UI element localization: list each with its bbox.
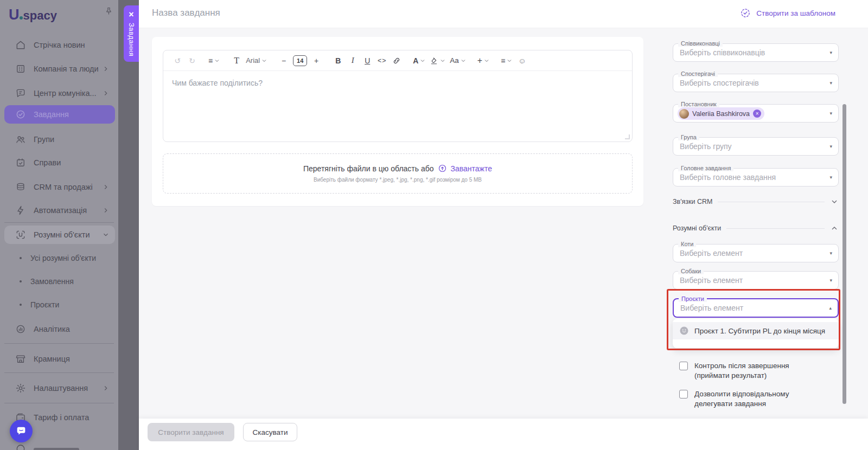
chevron-down-icon	[483, 57, 490, 64]
sidebar-item-newsfeed[interactable]: Стрічка новин	[4, 36, 115, 54]
app-root: Uspacy Стрічка новин Компанія та люди Це…	[0, 0, 868, 450]
sidebar-item-smart-objects[interactable]: Розумні об'єкти	[4, 226, 115, 244]
sidebar-item-tasks[interactable]: Завдання	[4, 105, 115, 124]
chevron-down-icon	[419, 57, 426, 64]
sidebar-item-label: Тариф і оплата	[34, 413, 110, 422]
select-arrow-icon[interactable]: ▾	[829, 144, 832, 149]
rich-text-editor[interactable]: ↺ ↻ ≡ T Arial − 14 + B I U <>	[163, 50, 633, 142]
select-arrow-icon[interactable]: ▾	[829, 175, 832, 180]
author-chip[interactable]: Valeriia Bashkirova ×	[678, 107, 764, 120]
chat-widget-button[interactable]	[10, 420, 33, 442]
check-circle-icon	[15, 109, 26, 120]
chevron-down-icon	[102, 231, 110, 239]
field-author[interactable]: Постановник Valeriia Bashkirova × ▾	[673, 104, 839, 123]
sidebar-item-communications[interactable]: Центр комуніка...	[4, 84, 115, 102]
select-arrow-icon[interactable]: ▾	[829, 111, 832, 116]
sidebar-item-marketplace[interactable]: Крамниця	[4, 350, 115, 368]
sidebar-subitem-all-smart-objects[interactable]: Усі розумні об'єкти	[4, 250, 115, 266]
uspacy-logo[interactable]: Uspacy	[9, 7, 57, 23]
field-coexecutors[interactable]: Співвиконавці Виберіть співвиконавців ▾	[673, 43, 839, 62]
italic-button[interactable]: I	[347, 54, 358, 68]
field-placeholder: Виберіть співвиконавців	[680, 44, 765, 61]
link-icon	[392, 56, 401, 65]
emoji-button[interactable]: ☺	[516, 54, 527, 68]
list-button[interactable]: ≡	[501, 54, 513, 68]
sidebar-item-activities[interactable]: Справи	[4, 153, 115, 172]
chat-bubble-icon	[15, 425, 27, 437]
sidebar-subitem-projects[interactable]: Проєкти	[4, 297, 115, 313]
panel-scrollbar[interactable]	[843, 104, 846, 404]
field-parent-task[interactable]: Головне завдання Виберіть головне завдан…	[673, 168, 839, 187]
drawer-tab-label: Завдання	[127, 23, 136, 56]
chevron-right-icon	[102, 89, 110, 97]
close-icon[interactable]: ×	[129, 10, 133, 20]
checkbox-icon[interactable]	[679, 390, 688, 398]
text-color-button[interactable]: A	[413, 54, 426, 68]
sidebar-subitem-orders[interactable]: Замовлення	[4, 273, 115, 290]
sidebar-item-crm[interactable]: CRM та продажі	[4, 178, 115, 196]
underline-button[interactable]: U	[362, 54, 373, 68]
redo-button[interactable]: ↻	[187, 54, 197, 68]
option-label: Проєкт 1. Субтитри PL до кінця місяця	[694, 327, 825, 335]
insert-button[interactable]: +	[477, 54, 490, 68]
field-placeholder: Виберіть групу	[680, 138, 732, 155]
text-style-icon: Aa	[450, 56, 459, 65]
align-button[interactable]: ≡	[208, 54, 220, 68]
select-arrow-icon[interactable]: ▾	[829, 278, 832, 283]
upload-link[interactable]: Завантажте	[451, 164, 493, 173]
section-crm-links[interactable]: Зв'язки CRM	[673, 197, 839, 206]
font-size-decrease-button[interactable]: −	[278, 54, 289, 68]
font-size-value[interactable]: 14	[293, 55, 307, 66]
sidebar-item-automation[interactable]: Автоматизація	[4, 201, 115, 220]
field-placeholder: Виберіть елемент	[680, 245, 743, 262]
sidebar-item-groups[interactable]: Групи	[4, 130, 115, 149]
projects-dropdown-option[interactable]: Проєкт 1. Субтитри PL до кінця місяця	[673, 322, 839, 339]
field-cats[interactable]: Коти Виберіть елемент ▾	[673, 244, 839, 262]
task-title-input[interactable]: Назва завдання	[152, 8, 220, 18]
text-type-button[interactable]: T	[231, 54, 242, 68]
create-task-button[interactable]: Створити завдання	[148, 423, 234, 441]
cancel-button[interactable]: Скасувати	[243, 423, 297, 441]
bold-button[interactable]: B	[333, 54, 343, 68]
author-chip-name: Valeriia Bashkirova	[692, 110, 750, 118]
field-dogs[interactable]: Собаки Виберіть елемент ▾	[673, 271, 839, 290]
undo-button[interactable]: ↺	[172, 54, 183, 68]
upload-icon	[438, 164, 447, 173]
text-style-button[interactable]: Aa	[450, 54, 467, 68]
font-family-select[interactable]: Arial	[246, 54, 267, 68]
lightning-icon	[15, 205, 26, 216]
section-smart-objects[interactable]: Розумні об'єкти	[673, 224, 839, 233]
resize-grip[interactable]	[625, 134, 630, 139]
checkbox-allow-delegation[interactable]: Дозволити відповідальному делегувати зав…	[679, 389, 816, 409]
chevron-down-icon	[261, 57, 267, 64]
checkbox-control-after-completion[interactable]: Контроль після завершення (приймати резу…	[679, 361, 816, 381]
sidebar-item-analytics[interactable]: Аналітика	[4, 320, 115, 338]
field-projects[interactable]: Проєкти Виберіть елемент ▴	[673, 298, 839, 318]
plus-icon: +	[477, 56, 482, 66]
drawer-tab-tasks[interactable]: × Завдання	[124, 5, 139, 62]
pin-sidebar-icon[interactable]	[104, 7, 113, 16]
highlight-color-button[interactable]	[430, 54, 446, 68]
chip-remove-icon[interactable]: ×	[753, 110, 761, 118]
section-divider	[718, 202, 825, 202]
link-button[interactable]	[391, 54, 402, 68]
page-dim-strip	[118, 0, 139, 450]
select-arrow-icon[interactable]: ▾	[829, 250, 832, 256]
sidebar-subitem-label: Проєкти	[30, 300, 59, 309]
editor-placeholder[interactable]: Чим бажаєте поділитись?	[172, 79, 263, 87]
select-arrow-icon[interactable]: ▾	[829, 50, 832, 55]
select-arrow-up-icon[interactable]: ▴	[829, 305, 832, 311]
code-button[interactable]: <>	[376, 54, 387, 68]
sidebar-item-company[interactable]: Компанія та люди	[4, 60, 115, 78]
font-size-increase-button[interactable]: +	[311, 54, 322, 68]
sidebar-divider	[4, 403, 114, 403]
checkbox-icon[interactable]	[679, 362, 688, 370]
sidebar-item-settings[interactable]: Налаштування	[4, 379, 115, 397]
select-arrow-icon[interactable]: ▾	[829, 80, 832, 86]
chevron-down-icon	[460, 57, 467, 64]
field-observers[interactable]: Спостерігачі Виберіть спостерігачів ▾	[673, 74, 839, 92]
create-from-template-button[interactable]: Створити за шаблоном	[740, 8, 835, 18]
file-dropzone[interactable]: Перетягніть файли в цю область або Заван…	[163, 153, 633, 194]
field-group[interactable]: Група Виберіть групу ▾	[673, 137, 839, 156]
sidebar-item-clipped[interactable]	[15, 442, 79, 450]
